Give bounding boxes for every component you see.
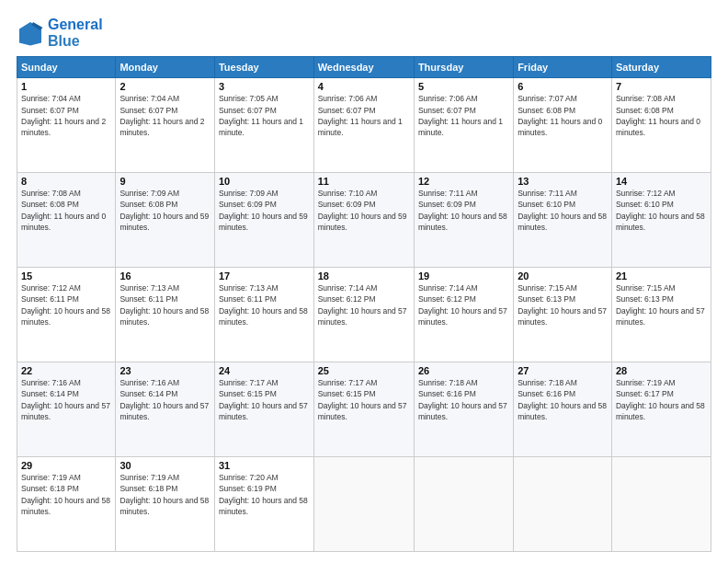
calendar-cell: 27 Sunrise: 7:18 AM Sunset: 6:16 PM Dayl… xyxy=(514,362,612,457)
col-sunday: Sunday xyxy=(17,57,116,78)
calendar-cell: 19 Sunrise: 7:14 AM Sunset: 6:12 PM Dayl… xyxy=(414,268,513,362)
calendar-cell xyxy=(611,457,711,552)
calendar-cell: 24 Sunrise: 7:17 AM Sunset: 6:15 PM Dayl… xyxy=(214,362,313,457)
day-number: 31 xyxy=(219,460,310,471)
calendar-cell: 14 Sunrise: 7:12 AM Sunset: 6:10 PM Dayl… xyxy=(611,173,711,268)
calendar-cell: 16 Sunrise: 7:13 AM Sunset: 6:11 PM Dayl… xyxy=(116,268,215,362)
calendar-cell: 4 Sunrise: 7:06 AM Sunset: 6:07 PM Dayli… xyxy=(313,78,414,173)
logo: General Blue xyxy=(17,17,103,49)
day-number: 5 xyxy=(418,81,509,92)
calendar-header: Sunday Monday Tuesday Wednesday Thursday… xyxy=(17,57,711,78)
calendar-cell: 13 Sunrise: 7:11 AM Sunset: 6:10 PM Dayl… xyxy=(514,173,612,268)
day-info: Sunrise: 7:15 AM Sunset: 6:13 PM Dayligh… xyxy=(518,282,608,327)
calendar-cell: 23 Sunrise: 7:16 AM Sunset: 6:14 PM Dayl… xyxy=(116,362,215,457)
day-info: Sunrise: 7:19 AM Sunset: 6:18 PM Dayligh… xyxy=(119,472,210,517)
day-number: 1 xyxy=(21,81,111,92)
day-info: Sunrise: 7:05 AM Sunset: 6:07 PM Dayligh… xyxy=(219,93,310,138)
calendar-cell: 3 Sunrise: 7:05 AM Sunset: 6:07 PM Dayli… xyxy=(214,78,313,173)
calendar-cell: 25 Sunrise: 7:17 AM Sunset: 6:15 PM Dayl… xyxy=(313,362,414,457)
day-number: 12 xyxy=(418,176,509,187)
day-info: Sunrise: 7:07 AM Sunset: 6:08 PM Dayligh… xyxy=(518,93,608,138)
day-number: 28 xyxy=(616,365,707,376)
calendar-cell xyxy=(313,457,414,552)
day-info: Sunrise: 7:12 AM Sunset: 6:11 PM Dayligh… xyxy=(21,282,111,327)
calendar-cell: 22 Sunrise: 7:16 AM Sunset: 6:14 PM Dayl… xyxy=(17,362,116,457)
day-number: 20 xyxy=(518,270,608,282)
day-info: Sunrise: 7:11 AM Sunset: 6:09 PM Dayligh… xyxy=(418,188,509,233)
day-number: 6 xyxy=(518,81,608,92)
calendar-cell: 1 Sunrise: 7:04 AM Sunset: 6:07 PM Dayli… xyxy=(17,78,116,173)
day-number: 9 xyxy=(119,176,210,187)
calendar-cell: 29 Sunrise: 7:19 AM Sunset: 6:18 PM Dayl… xyxy=(17,457,116,552)
header-row: Sunday Monday Tuesday Wednesday Thursday… xyxy=(17,57,711,78)
calendar-cell: 26 Sunrise: 7:18 AM Sunset: 6:16 PM Dayl… xyxy=(414,362,513,457)
day-info: Sunrise: 7:15 AM Sunset: 6:13 PM Dayligh… xyxy=(616,282,707,327)
day-number: 30 xyxy=(119,460,210,471)
day-number: 22 xyxy=(21,365,111,376)
calendar-cell: 11 Sunrise: 7:10 AM Sunset: 6:09 PM Dayl… xyxy=(313,173,414,268)
calendar-cell: 9 Sunrise: 7:09 AM Sunset: 6:08 PM Dayli… xyxy=(116,173,215,268)
calendar-week-2: 8 Sunrise: 7:08 AM Sunset: 6:08 PM Dayli… xyxy=(17,173,711,268)
calendar-week-3: 15 Sunrise: 7:12 AM Sunset: 6:11 PM Dayl… xyxy=(17,268,711,362)
calendar-cell: 12 Sunrise: 7:11 AM Sunset: 6:09 PM Dayl… xyxy=(414,173,513,268)
day-info: Sunrise: 7:17 AM Sunset: 6:15 PM Dayligh… xyxy=(318,377,410,422)
col-saturday: Saturday xyxy=(611,57,711,78)
day-info: Sunrise: 7:04 AM Sunset: 6:07 PM Dayligh… xyxy=(21,93,111,138)
calendar-table: Sunday Monday Tuesday Wednesday Thursday… xyxy=(17,56,711,552)
calendar-cell: 7 Sunrise: 7:08 AM Sunset: 6:08 PM Dayli… xyxy=(611,78,711,173)
logo-text: General Blue xyxy=(48,17,103,49)
logo-icon xyxy=(17,19,44,47)
day-info: Sunrise: 7:19 AM Sunset: 6:18 PM Dayligh… xyxy=(21,472,111,517)
day-number: 15 xyxy=(21,270,111,282)
day-info: Sunrise: 7:13 AM Sunset: 6:11 PM Dayligh… xyxy=(119,282,210,327)
header: General Blue xyxy=(17,17,711,49)
calendar-week-5: 29 Sunrise: 7:19 AM Sunset: 6:18 PM Dayl… xyxy=(17,457,711,552)
day-info: Sunrise: 7:20 AM Sunset: 6:19 PM Dayligh… xyxy=(219,472,310,517)
calendar-cell: 15 Sunrise: 7:12 AM Sunset: 6:11 PM Dayl… xyxy=(17,268,116,362)
calendar-cell: 20 Sunrise: 7:15 AM Sunset: 6:13 PM Dayl… xyxy=(514,268,612,362)
day-number: 17 xyxy=(219,270,310,282)
day-number: 14 xyxy=(616,176,707,187)
calendar-cell: 6 Sunrise: 7:07 AM Sunset: 6:08 PM Dayli… xyxy=(514,78,612,173)
calendar-cell: 30 Sunrise: 7:19 AM Sunset: 6:18 PM Dayl… xyxy=(116,457,215,552)
day-number: 27 xyxy=(518,365,608,376)
day-number: 25 xyxy=(318,365,410,376)
day-number: 29 xyxy=(21,460,111,471)
day-info: Sunrise: 7:19 AM Sunset: 6:17 PM Dayligh… xyxy=(616,377,707,422)
day-info: Sunrise: 7:14 AM Sunset: 6:12 PM Dayligh… xyxy=(418,282,509,327)
calendar-week-1: 1 Sunrise: 7:04 AM Sunset: 6:07 PM Dayli… xyxy=(17,78,711,173)
col-thursday: Thursday xyxy=(414,57,513,78)
day-info: Sunrise: 7:11 AM Sunset: 6:10 PM Dayligh… xyxy=(518,188,608,233)
calendar-cell: 18 Sunrise: 7:14 AM Sunset: 6:12 PM Dayl… xyxy=(313,268,414,362)
day-info: Sunrise: 7:04 AM Sunset: 6:07 PM Dayligh… xyxy=(119,93,210,138)
col-tuesday: Tuesday xyxy=(214,57,313,78)
day-number: 26 xyxy=(418,365,509,376)
calendar-cell: 28 Sunrise: 7:19 AM Sunset: 6:17 PM Dayl… xyxy=(611,362,711,457)
day-info: Sunrise: 7:14 AM Sunset: 6:12 PM Dayligh… xyxy=(318,282,410,327)
calendar-cell: 8 Sunrise: 7:08 AM Sunset: 6:08 PM Dayli… xyxy=(17,173,116,268)
calendar-cell: 10 Sunrise: 7:09 AM Sunset: 6:09 PM Dayl… xyxy=(214,173,313,268)
calendar-cell: 21 Sunrise: 7:15 AM Sunset: 6:13 PM Dayl… xyxy=(611,268,711,362)
day-info: Sunrise: 7:10 AM Sunset: 6:09 PM Dayligh… xyxy=(318,188,410,233)
col-wednesday: Wednesday xyxy=(313,57,414,78)
day-info: Sunrise: 7:18 AM Sunset: 6:16 PM Dayligh… xyxy=(418,377,509,422)
calendar-cell: 17 Sunrise: 7:13 AM Sunset: 6:11 PM Dayl… xyxy=(214,268,313,362)
day-number: 18 xyxy=(318,270,410,282)
day-info: Sunrise: 7:16 AM Sunset: 6:14 PM Dayligh… xyxy=(119,377,210,422)
day-number: 11 xyxy=(318,176,410,187)
day-number: 2 xyxy=(119,81,210,92)
calendar-cell xyxy=(514,457,612,552)
col-monday: Monday xyxy=(116,57,215,78)
day-info: Sunrise: 7:08 AM Sunset: 6:08 PM Dayligh… xyxy=(21,188,111,233)
day-number: 4 xyxy=(318,81,410,92)
calendar-cell xyxy=(414,457,513,552)
day-info: Sunrise: 7:09 AM Sunset: 6:08 PM Dayligh… xyxy=(119,188,210,233)
day-info: Sunrise: 7:18 AM Sunset: 6:16 PM Dayligh… xyxy=(518,377,608,422)
day-info: Sunrise: 7:16 AM Sunset: 6:14 PM Dayligh… xyxy=(21,377,111,422)
day-info: Sunrise: 7:08 AM Sunset: 6:08 PM Dayligh… xyxy=(616,93,707,138)
day-number: 19 xyxy=(418,270,509,282)
day-info: Sunrise: 7:12 AM Sunset: 6:10 PM Dayligh… xyxy=(616,188,707,233)
page: General Blue Sunday Monday Tuesday Wedne… xyxy=(0,0,728,563)
day-number: 8 xyxy=(21,176,111,187)
day-number: 7 xyxy=(616,81,707,92)
